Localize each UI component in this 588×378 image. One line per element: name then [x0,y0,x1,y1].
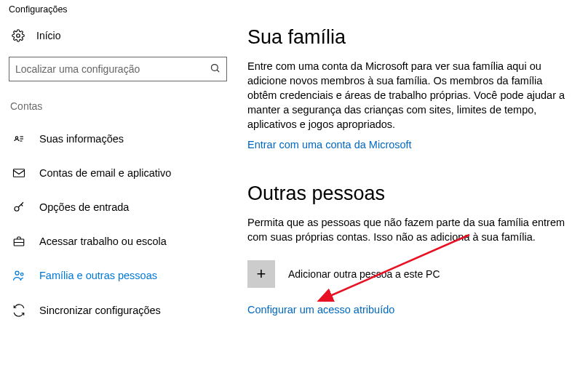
search-input-wrap[interactable] [9,57,227,81]
others-heading: Outras pessoas [247,182,571,205]
person-card-icon [12,132,26,145]
family-heading: Sua família [247,26,571,49]
sidebar-item-work-school[interactable]: Acessar trabalho ou escola [9,228,227,254]
svg-point-3 [15,137,17,139]
sidebar-item-label: Acessar trabalho ou escola [39,236,167,247]
home-label: Início [36,30,60,41]
window-title: Configurações [0,0,588,25]
others-body: Permita que as pessoas que não fazem par… [247,215,571,244]
sidebar-item-sync[interactable]: Sincronizar configurações [9,297,227,324]
family-body: Entre com uma conta da Microsoft para ve… [247,59,571,132]
add-other-person-button[interactable]: + Adicionar outra pessoa a este PC [247,260,571,288]
svg-point-1 [212,65,218,71]
assigned-access-link[interactable]: Configurar um acesso atribuído [247,304,394,315]
plus-icon: + [247,260,275,288]
search-input[interactable] [15,63,210,75]
home-button[interactable]: Início [9,25,227,57]
sidebar-item-your-info[interactable]: Suas informações [9,125,227,153]
sidebar-item-label: Opções de entrada [39,201,129,213]
mail-icon [12,168,26,178]
search-icon [210,63,220,76]
sidebar-item-label: Suas informações [39,133,124,145]
signin-microsoft-link[interactable]: Entrar com uma conta da Microsoft [247,139,412,150]
gear-icon [12,29,25,42]
sidebar-item-signin-options[interactable]: Opções de entrada [9,193,227,221]
briefcase-icon [12,236,26,247]
main-panel: Sua família Entre com uma conta da Micro… [227,25,588,331]
svg-point-10 [15,271,19,275]
sidebar: Início Contas Suas informações [9,25,227,331]
sidebar-item-label: Família e outras pessoas [39,270,157,281]
svg-point-8 [15,206,19,211]
sidebar-item-label: Sincronizar configurações [39,305,161,316]
svg-point-11 [20,273,23,276]
add-other-person-label: Adicionar outra pessoa a este PC [288,268,440,280]
svg-rect-7 [14,169,25,177]
sidebar-item-family[interactable]: Família e outras pessoas [9,262,227,289]
sync-icon [12,304,26,317]
sidebar-item-email-accounts[interactable]: Contas de email e aplicativo [9,160,227,186]
svg-line-2 [217,70,219,72]
sidebar-item-label: Contas de email e aplicativo [39,167,171,179]
sidebar-section-label: Contas [9,100,227,112]
people-icon [12,269,26,282]
svg-point-0 [17,34,20,38]
key-icon [12,201,26,214]
